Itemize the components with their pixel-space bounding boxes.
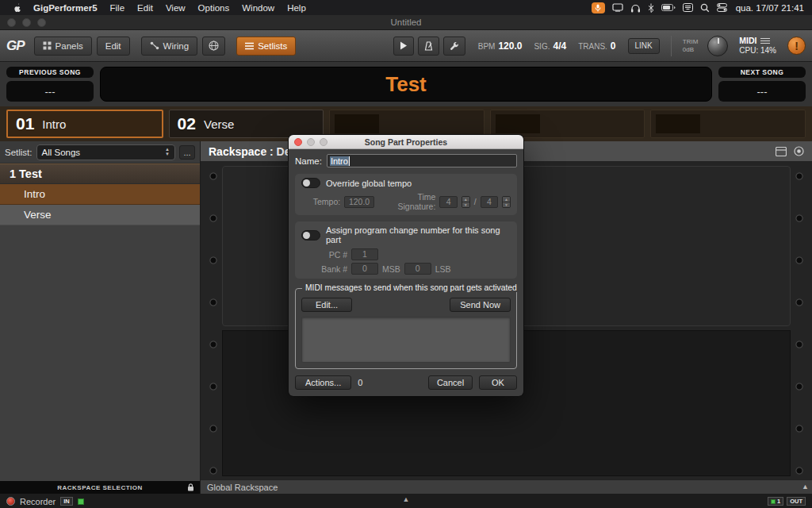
trim-label: TRIM [683, 38, 699, 46]
menubar-app-name[interactable]: GigPerformer5 [27, 3, 104, 13]
tempo-field[interactable]: 120.0 [344, 196, 374, 208]
part-list-item-verse[interactable]: Verse [0, 205, 200, 225]
minimize-window-icon[interactable] [22, 18, 31, 27]
tuner-button[interactable] [443, 37, 465, 56]
time-sig-numerator-stepper[interactable]: ▲▼ [462, 196, 470, 208]
ok-button[interactable]: OK [479, 375, 517, 390]
spotlight-search-icon[interactable] [700, 3, 710, 13]
expand-global-rackspace-icon[interactable]: ▲ [802, 483, 809, 491]
global-rackspace-label: Global Rackspace [207, 483, 278, 492]
menu-file[interactable]: File [104, 3, 132, 13]
cancel-button[interactable]: Cancel [428, 375, 473, 390]
time-sig-numerator-field[interactable]: 4 [439, 196, 457, 208]
metronome-button[interactable] [418, 37, 439, 56]
panels-button[interactable]: Panels [34, 37, 92, 56]
bpm-value[interactable]: 120.0 [498, 40, 522, 52]
panic-button[interactable]: ! [787, 37, 806, 55]
setlist-dropdown[interactable]: All Songs ▲▼ [36, 144, 175, 160]
menubar-clock[interactable]: qua. 17/07 21:41 [734, 3, 804, 13]
bank-lsb-field[interactable]: 0 [404, 263, 431, 275]
rack-rail-right [793, 164, 806, 478]
midi-in-indicator: IN [60, 497, 73, 506]
pc-number-field[interactable]: 1 [351, 248, 378, 260]
name-label: Name: [295, 156, 322, 166]
trans-value[interactable]: 0 [611, 40, 616, 52]
trim-knob[interactable] [707, 36, 728, 56]
time-signature-display[interactable]: SIG. 4/4 [534, 40, 566, 52]
control-center-icon[interactable] [717, 3, 727, 12]
sig-value[interactable]: 4/4 [553, 40, 566, 52]
keyboard-input-icon[interactable] [683, 3, 693, 12]
wiring-button[interactable]: Wiring [141, 37, 198, 56]
sig-label: SIG. [534, 42, 550, 51]
current-song-display: Test [100, 67, 712, 102]
name-input-value: Intro [330, 156, 350, 166]
menu-view[interactable]: View [159, 3, 192, 13]
midi-messages-group: MIDI messages to send when this song par… [295, 288, 517, 369]
dialog-titlebar[interactable]: Song Part Properties [289, 135, 523, 149]
next-song-button[interactable]: --- [718, 81, 806, 102]
record-target-icon[interactable] [794, 146, 804, 156]
song-part-verse[interactable]: 02 Verse [169, 110, 324, 138]
song-part-empty-slot [490, 110, 645, 138]
dialog-close-icon[interactable] [294, 138, 302, 146]
song-part-intro[interactable]: 01 Intro [6, 110, 163, 138]
screen-mirroring-icon[interactable] [612, 3, 623, 12]
edit-button[interactable]: Edit [97, 37, 130, 56]
assign-program-change-toggle[interactable] [301, 230, 320, 241]
expand-tuner-icon[interactable]: ▲ [403, 495, 410, 503]
previous-song-label: PREVIOUS SONG [6, 67, 94, 78]
metronome-icon [424, 41, 433, 51]
setlist-sidebar: Setlist: All Songs ▲▼ ... 1 Test Intro V… [0, 141, 201, 494]
midi-in-activity-led [78, 498, 84, 505]
tempo-label: Tempo: [301, 197, 340, 206]
ableton-link-button[interactable]: LINK [628, 38, 660, 54]
actions-button[interactable]: Actions... [295, 375, 351, 390]
setlist-more-button[interactable]: ... [179, 145, 195, 160]
part-number: 01 [16, 114, 34, 133]
lock-icon[interactable] [187, 483, 194, 491]
play-button[interactable] [393, 37, 414, 56]
menu-help[interactable]: Help [281, 3, 312, 13]
setlist-dropdown-value: All Songs [42, 148, 81, 157]
bluetooth-icon[interactable] [648, 3, 654, 13]
headphones-icon[interactable] [630, 3, 641, 13]
menu-options[interactable]: Options [192, 3, 236, 13]
time-sig-denominator-field[interactable]: 4 [481, 196, 498, 208]
recorder-label[interactable]: Recorder [20, 497, 56, 506]
midi-messages-list[interactable] [301, 317, 511, 363]
transpose-display[interactable]: TRANS. 0 [578, 40, 615, 52]
midi-channel-indicator: 1 [768, 497, 783, 506]
menu-edit[interactable]: Edit [131, 3, 159, 13]
time-sig-denominator-stepper[interactable]: ▲▼ [502, 196, 511, 208]
window-title: Untitled [391, 17, 422, 27]
bank-msb-field[interactable]: 0 [351, 263, 378, 275]
play-icon [400, 41, 408, 50]
next-song-label: NEXT SONG [718, 67, 806, 78]
previous-song-button[interactable]: --- [6, 81, 94, 102]
panel-window-icon[interactable] [776, 147, 787, 156]
mic-in-use-icon[interactable] [592, 2, 605, 13]
midi-activity-icon[interactable] [760, 37, 770, 44]
bottom-status-bar: Recorder IN ▲ 1 OUT [0, 494, 812, 508]
close-window-icon[interactable] [7, 18, 16, 27]
override-tempo-toggle[interactable] [301, 178, 320, 188]
zoom-window-icon[interactable] [37, 18, 46, 27]
chevron-up-down-icon: ▲▼ [165, 148, 170, 156]
setlists-button[interactable]: Setlists [236, 37, 296, 56]
edit-midi-messages-button[interactable]: Edit... [301, 298, 352, 312]
rackspace-selection-bar[interactable]: RACKSPACE SELECTION [0, 481, 200, 494]
globe-view-button[interactable] [202, 37, 225, 56]
menu-window[interactable]: Window [236, 3, 281, 13]
apple-logo-icon[interactable] [8, 2, 27, 13]
send-now-button[interactable]: Send Now [450, 298, 511, 312]
toolbar-divider [671, 36, 672, 56]
song-list-item-test[interactable]: 1 Test [0, 164, 200, 184]
record-icon[interactable] [6, 497, 15, 506]
time-sig-separator: / [474, 197, 477, 206]
song-part-name-input[interactable]: Intro [327, 154, 517, 167]
assign-program-change-label: Assign program change number for this so… [326, 225, 511, 244]
part-list-item-intro[interactable]: Intro [0, 184, 200, 205]
bpm-display[interactable]: BPM 120.0 [478, 40, 523, 52]
battery-icon[interactable] [661, 4, 676, 11]
